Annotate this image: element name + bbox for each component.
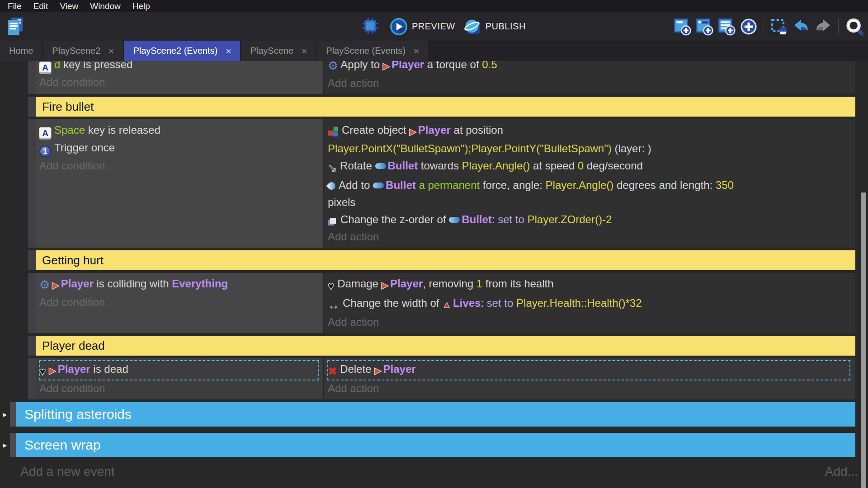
menu-item-edit[interactable]: Edit bbox=[28, 1, 54, 11]
event-handle[interactable] bbox=[28, 358, 36, 399]
comment-bar[interactable]: Fire bullet bbox=[36, 97, 855, 117]
add-more-events-button[interactable] bbox=[740, 18, 758, 36]
force-icon bbox=[326, 180, 337, 191]
add-comment-button[interactable] bbox=[717, 18, 736, 36]
close-tab-icon[interactable]: × bbox=[302, 46, 307, 56]
text-segment: 0.5 bbox=[482, 61, 497, 70]
add-action-button[interactable]: Add action bbox=[328, 380, 850, 397]
add-more-button[interactable]: Add... bbox=[825, 465, 858, 479]
preview-button[interactable]: PREVIEW bbox=[390, 18, 455, 36]
menu-bar: FileEditViewWindowHelp bbox=[0, 0, 868, 12]
action[interactable]: ♥Damage ▶Player, removing 1 from its hea… bbox=[328, 275, 850, 295]
tab-playscene2-events[interactable]: PlayScene2 (Events)× bbox=[124, 41, 240, 61]
physics-icon: ⚙ bbox=[328, 61, 338, 71]
event-handle[interactable] bbox=[28, 336, 36, 356]
group-title: Screen wrap bbox=[24, 437, 100, 453]
add-subevent-button[interactable] bbox=[695, 18, 713, 36]
group-handle[interactable] bbox=[10, 433, 16, 457]
add-condition-button[interactable]: Add condition bbox=[39, 380, 319, 397]
tab-label: PlayScene (Events) bbox=[326, 46, 406, 56]
event-handle[interactable] bbox=[28, 273, 36, 333]
menu-item-file[interactable]: File bbox=[2, 1, 28, 11]
group-bar[interactable]: Screen wrap bbox=[16, 433, 855, 457]
add-action-button[interactable]: Add action bbox=[328, 228, 850, 245]
bullet-icon bbox=[449, 217, 460, 223]
add-condition-button[interactable]: Add condition bbox=[39, 157, 319, 174]
player-icon: ▶ bbox=[374, 362, 381, 379]
toolbar: PREVIEW PUBLISH bbox=[0, 12, 868, 41]
event-handle[interactable] bbox=[28, 119, 36, 248]
text-segment: Bullet bbox=[386, 179, 416, 191]
action[interactable]: ↔Change the width of ▲Lives: set to Play… bbox=[328, 295, 850, 314]
action[interactable]: Change the z-order of Bullet: set to Pla… bbox=[328, 211, 850, 228]
event-handle[interactable] bbox=[28, 250, 36, 270]
comment-bar[interactable]: Player dead bbox=[36, 336, 855, 356]
comment-text: Player dead bbox=[42, 339, 105, 353]
scrollbar-thumb[interactable] bbox=[861, 192, 866, 488]
menu-item-help[interactable]: Help bbox=[127, 1, 156, 11]
action[interactable]: ↘Rotate Bullet towards Player.Angle() at… bbox=[328, 157, 850, 177]
add-condition-button[interactable]: Add condition bbox=[39, 74, 319, 91]
close-tab-icon[interactable]: × bbox=[414, 46, 419, 56]
actions-cell: ♥Damage ▶Player, removing 1 from its hea… bbox=[324, 273, 855, 333]
expand-group-icon[interactable]: ▸ bbox=[0, 402, 10, 427]
close-tab-icon[interactable]: × bbox=[108, 46, 114, 56]
add-action-button[interactable]: Add action bbox=[328, 314, 850, 331]
action[interactable]: ✖Delete ▶Player bbox=[328, 361, 850, 380]
scrollbar bbox=[859, 61, 868, 488]
action[interactable]: Create object ▶Player at positionPlayer.… bbox=[328, 122, 850, 157]
add-event-button[interactable] bbox=[673, 18, 691, 36]
condition[interactable]: 1Trigger once bbox=[39, 139, 319, 157]
event-handle[interactable] bbox=[28, 61, 36, 94]
action[interactable]: Add to Bullet a permanent force, angle: … bbox=[328, 177, 850, 211]
action[interactable]: ⚙Apply to ▶Player a torque of 0.5 bbox=[328, 61, 850, 75]
undo-button[interactable] bbox=[792, 18, 810, 36]
menu-item-view[interactable]: View bbox=[54, 1, 84, 11]
group-bar[interactable]: Splitting asteroids bbox=[16, 402, 855, 427]
event-row: ⚙▶Player is colliding with EverythingAdd… bbox=[28, 273, 855, 333]
tab-home[interactable]: Home bbox=[0, 41, 42, 61]
remove-selection-button[interactable] bbox=[770, 18, 788, 36]
menu-item-window[interactable]: Window bbox=[84, 1, 127, 11]
player-icon: ▶ bbox=[382, 277, 388, 294]
add-new-event-button[interactable]: Add a new event bbox=[20, 465, 115, 479]
text-segment: Player.PointX("BulletSpawn");Player.Poin… bbox=[328, 142, 612, 155]
event-rows: Ad key is pressedAdd condition⚙Apply to … bbox=[0, 61, 868, 457]
expand-group-icon[interactable]: ▸ bbox=[0, 433, 10, 457]
comment-bar[interactable]: Getting hurt bbox=[36, 250, 855, 270]
text-segment: Trigger once bbox=[54, 141, 115, 154]
text-segment: is dead bbox=[90, 363, 128, 375]
debug-icon[interactable] bbox=[362, 17, 379, 36]
tab-playscene[interactable]: PlayScene× bbox=[241, 41, 316, 61]
text-segment: key is released bbox=[85, 124, 160, 136]
condition[interactable]: Ad key is pressed bbox=[39, 61, 319, 74]
group-row-screen-wrap: ▸Screen wrap bbox=[0, 433, 855, 457]
tab-label: Home bbox=[9, 46, 33, 56]
project-manager-button[interactable] bbox=[5, 16, 25, 37]
comment-row: Player dead bbox=[28, 336, 855, 356]
close-tab-icon[interactable]: × bbox=[226, 46, 231, 56]
text-segment: Player bbox=[392, 61, 424, 70]
redo-button[interactable] bbox=[814, 18, 832, 36]
condition[interactable]: ♥▶Player is dead bbox=[39, 361, 319, 380]
tab-playscene-events[interactable]: PlayScene (Events)× bbox=[317, 41, 428, 61]
text-segment: (layer: ) bbox=[612, 142, 651, 155]
player-icon: ▶ bbox=[383, 61, 390, 75]
group-handle[interactable] bbox=[10, 402, 16, 427]
search-button[interactable] bbox=[844, 17, 863, 36]
tab-playscene2[interactable]: PlayScene2× bbox=[43, 41, 123, 61]
conditions-cell: Ad key is pressedAdd condition bbox=[36, 61, 324, 94]
text-segment: is colliding with bbox=[94, 277, 172, 290]
publish-button[interactable]: PUBLISH bbox=[463, 18, 526, 36]
condition[interactable]: ASpace key is released bbox=[39, 122, 319, 139]
event-handle[interactable] bbox=[28, 97, 36, 117]
add-condition-button[interactable]: Add condition bbox=[39, 294, 319, 311]
add-subevent-icon bbox=[695, 18, 713, 36]
text-segment: Create object bbox=[342, 124, 409, 136]
condition[interactable]: ⚙▶Player is colliding with Everything bbox=[39, 275, 319, 294]
conditions-cell: ⚙▶Player is colliding with EverythingAdd… bbox=[36, 273, 324, 333]
create-icon bbox=[328, 126, 339, 136]
text-segment: deg/second bbox=[584, 160, 643, 172]
add-action-button[interactable]: Add action bbox=[328, 75, 850, 92]
event-body: Ad key is pressedAdd condition⚙Apply to … bbox=[36, 61, 855, 94]
